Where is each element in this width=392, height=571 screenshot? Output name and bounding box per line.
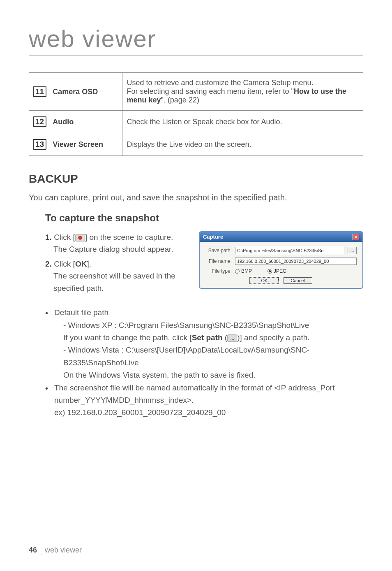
ok-button[interactable]: OK: [250, 277, 279, 284]
page-number: 46: [29, 546, 37, 554]
capture-icon: [75, 234, 85, 241]
file-name-input[interactable]: 192.168.0.203_60001_20090723_204029_00: [235, 258, 357, 265]
row-label: Viewer Screen: [53, 140, 103, 149]
step-text-post: ].: [87, 260, 91, 268]
sub-item: Windows Vista : C:\users\[UserID]\AppDat…: [63, 344, 363, 381]
sub-text-mid: (: [223, 333, 228, 342]
ellipsis-icon: [227, 334, 237, 342]
page-footer: 46_ web viewer: [29, 546, 82, 555]
sub-text2: On the Windows Vista system, the path to…: [63, 371, 255, 379]
row-num: 13: [33, 139, 46, 150]
close-icon[interactable]: ×: [353, 234, 359, 240]
save-path-label: Save path:: [205, 248, 232, 253]
row-desc: Displays the Live video on the screen.: [122, 133, 363, 156]
footer-label: _ web viewer: [39, 546, 82, 554]
step-text-pre: Click [: [54, 233, 75, 241]
radio-bmp-label: BMP: [241, 268, 252, 274]
table-row: 12 Audio Check the Listen or Speak check…: [29, 111, 363, 133]
row-desc-line2-suffix: ". (page 22): [161, 96, 199, 104]
step-number: 2.: [45, 260, 52, 268]
step-text-post: ] on the scene to capture.: [85, 233, 173, 241]
radio-jpeg-label: JPEG: [274, 268, 286, 274]
backup-intro: You can capture, print out, and save the…: [29, 193, 363, 202]
row-desc: Check the Listen or Speak check box for …: [122, 111, 363, 133]
bullet-text: The screenshot file will be named automa…: [54, 383, 334, 404]
step-number: 1.: [45, 233, 52, 241]
bullet-icon: [45, 306, 54, 381]
step-line2: The Capture dialog should appear.: [45, 243, 173, 255]
step-bold: OK: [75, 260, 87, 268]
dialog-titlebar: Capture ×: [200, 232, 362, 242]
row-num: 12: [33, 116, 46, 127]
file-name-label: File name:: [205, 258, 232, 264]
radio-icon: [235, 269, 240, 274]
bullet-item: The screenshot file will be named automa…: [45, 382, 363, 419]
radio-icon: [267, 269, 272, 274]
step-text-pre: Click [: [54, 260, 75, 268]
bullet-icon: [45, 382, 54, 419]
radio-jpeg[interactable]: JPEG: [267, 268, 286, 274]
row-label: Camera OSD: [53, 88, 98, 96]
bullets: Default file path Windows XP : C:\Progra…: [45, 306, 363, 419]
file-type-label: File type:: [205, 268, 232, 274]
step-item: 1. Click [] on the scene to capture. The…: [45, 231, 189, 255]
capture-dialog: Capture × Save path: C:\Program Files\Sa…: [199, 231, 363, 289]
row-desc-line2-prefix: For selecting and saving each menu item,…: [127, 87, 294, 95]
bullet-item: Default file path Windows XP : C:\Progra…: [45, 306, 363, 381]
sub-item: Windows XP : C:\Program Files\Samsung\SN…: [63, 319, 363, 344]
title-rule: [29, 56, 363, 56]
row-desc-line1: Used to retrieve and customize the Camer…: [127, 79, 313, 87]
capture-subheading: To capture the snapshot: [45, 212, 363, 224]
sub-text-post: )] and specify a path.: [237, 333, 309, 342]
sub-text: Windows Vista : C:\users\[UserID]\AppDat…: [63, 346, 309, 367]
backup-heading: BACKUP: [29, 172, 363, 186]
save-path-input[interactable]: C:\Program Files\Samsung\SNC-B2335\Sn: [235, 247, 344, 254]
sub-text-bold: Set path: [192, 333, 223, 342]
sub-text: Windows XP : C:\Program Files\Samsung\SN…: [68, 321, 309, 330]
steps-list: 1. Click [] on the scene to capture. The…: [45, 231, 189, 294]
step-item: 2. Click [OK]. The screenshot will be sa…: [45, 258, 189, 294]
table-row: 11 Camera OSD Used to retrieve and custo…: [29, 73, 363, 111]
row-num: 11: [33, 86, 46, 97]
chapter-title: web viewer: [29, 25, 363, 56]
sub-text-pre: If you want to change the path, click [: [63, 333, 192, 342]
cancel-button[interactable]: Cancel: [284, 277, 312, 284]
dialog-title-text: Capture: [203, 234, 223, 240]
browse-button[interactable]: ...: [348, 247, 357, 254]
bullet-text2: ex) 192.168.0.203_60001_20090723_204029_…: [54, 408, 226, 417]
bullet-text: Default file path: [54, 308, 108, 317]
radio-bmp[interactable]: BMP: [235, 268, 252, 274]
spec-table: 11 Camera OSD Used to retrieve and custo…: [29, 72, 363, 156]
row-label: Audio: [53, 118, 74, 126]
step-line2: The screenshot will be saved in the spec…: [45, 270, 189, 294]
table-row: 13 Viewer Screen Displays the Live video…: [29, 133, 363, 156]
